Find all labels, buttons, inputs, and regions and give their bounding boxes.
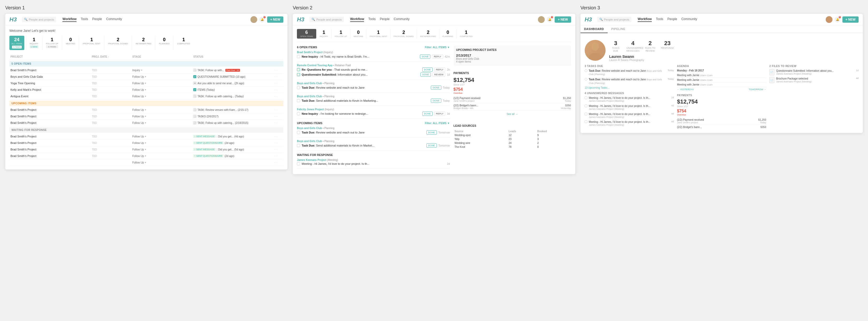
stat-plan-v2[interactable]: 0 PLANNING [439,29,457,39]
done-btn[interactable]: DONE [431,99,441,103]
stat-inquiry-v1[interactable]: 1 INQUIRY 1 NEW [28,36,40,50]
table-row: Yoga Tree Opening TBD Follow Up ▼ ✉ Are … [9,80,283,86]
msg-checkbox[interactable] [585,120,587,123]
more-dots[interactable]: ··· [274,82,282,85]
nav-people-v1[interactable]: People [92,17,102,22]
checkbox[interactable] [297,162,300,165]
checkbox[interactable] [297,86,300,89]
stat-inquiry-v2[interactable]: 1 INQUIRY [316,29,332,39]
checkbox[interactable] [297,112,300,115]
new-button-v3[interactable]: + NEW [842,16,859,23]
more-dots[interactable]: ··· [274,88,282,91]
more-dots[interactable]: ··· [274,75,282,78]
new-button-v2[interactable]: + NEW [555,16,571,23]
checkbox[interactable] [297,68,300,71]
stat-comp-v2[interactable]: 1 COMPLETED [457,29,476,39]
more-dots[interactable]: ··· [274,135,282,138]
left-col-v2: 6 OPEN ITEMS Filter: ALL ITEMS ▼ Brad Sm… [297,46,450,171]
item-card: Felicity Jones Project (Inquiry) New Inq… [297,108,450,119]
profile-row-v3: 3 Tasks Due 4 Unanswered Messages 2 File… [585,40,859,62]
filter-link-v2[interactable]: Filter: ALL ITEMS ▼ [425,46,450,49]
stat-proposalsigned-v1[interactable]: 2 PROPOSAL SIGNED [106,36,130,50]
checkbox[interactable] [297,99,300,102]
more-dots[interactable]: ··· [274,154,282,157]
tab-pipeline[interactable]: PIPELINE [608,25,629,33]
upcoming-tasks-link[interactable]: 13 Upcoming Tasks... [585,86,674,89]
more-dots[interactable]: ··· [274,115,282,118]
stat-planning-v1[interactable]: 0 PLANNING [157,36,172,50]
msg-checkbox[interactable] [585,97,587,99]
checkbox[interactable] [297,144,300,147]
logo-v3: H3 [585,16,592,23]
done-btn[interactable]: DONE [422,112,433,116]
msg-checkbox[interactable] [585,113,587,115]
more-dots[interactable]: ··· [274,69,282,72]
more-dots[interactable]: ··· [274,161,282,164]
stat-psg-v2[interactable]: 2 PROPOSAL SIGNED [391,29,417,39]
stat-meeting-v2[interactable]: 0 MEETING [350,29,366,39]
done-btn[interactable]: DONE [427,130,437,135]
search-bar-v3[interactable]: 🔍 People and projects [597,17,631,22]
stat-retainer-v1[interactable]: 2 RETAINER PAID [133,36,153,50]
checkbox[interactable] [297,131,300,134]
done-btn[interactable]: DONE [421,72,431,77]
reply-btn[interactable]: REPLY [434,68,445,72]
stat-all-v1[interactable]: 24 ALL ITEMS 5 ITEMS [9,36,24,50]
more-dots[interactable]: ··· [274,95,282,98]
new-button-v1[interactable]: + NEW [267,16,283,23]
nav-workflow-v2[interactable]: Workflow [350,17,364,22]
task-checkbox[interactable] [585,78,587,80]
more-dots[interactable]: ··· [274,108,282,111]
nav-people-v2[interactable]: People [380,17,389,22]
more-dots[interactable]: ··· [274,148,282,151]
stat-proposalsent-v1[interactable]: 1 PROPOSAL SENT [81,36,102,50]
th-date-v1[interactable]: PROJ. DATE ↑ [92,55,132,58]
reply-btn[interactable]: REPLY [432,55,443,59]
nav-tools-v3[interactable]: Tools [656,17,663,22]
nav-bar-v2: H3 🔍 People and projects Workflow Tools … [293,14,575,25]
task-checkbox[interactable] [585,69,587,72]
done-btn[interactable]: DONE [431,85,441,90]
table-row: Brad Smith's Project TBD Follow Up ▼ ☐ T… [9,120,283,126]
stat-ret-v2[interactable]: 2 RETAINER PAID [417,29,439,39]
more-dots[interactable]: ··· [274,121,282,124]
nav-tools-v1[interactable]: Tools [81,17,88,22]
search-bar-v1[interactable]: 🔍 People and projects [22,17,56,22]
notif-badge-v3[interactable]: 🔔5 [835,17,840,23]
nav-community-v1[interactable]: Community [106,17,122,22]
tomorrow-link[interactable]: TOMORROW → [749,88,766,91]
done-btn[interactable]: DONE [422,68,433,72]
done-btn[interactable]: DONE [420,55,430,59]
tab-dashboard[interactable]: DASHBOARD [581,25,608,33]
yesterday-link[interactable]: ← YESTERDAY [677,88,694,91]
review-btn[interactable]: REVIEW [432,72,445,77]
nav-people-v3[interactable]: People [668,17,677,22]
upcoming-filter-v2[interactable]: Filter: ALL ITEMS ▼ [425,122,450,124]
stat-followup-v2[interactable]: 1 FOLLOW UP [332,29,350,39]
th-project-v1[interactable]: PROJECT [10,55,92,58]
notif-badge-v2[interactable]: 🔔3 [547,17,553,23]
checkbox[interactable] [297,73,300,76]
nav-workflow-v3[interactable]: Workflow [638,17,652,22]
notif-badge-v1[interactable]: 🔔3 [259,17,265,23]
stat-followup-v1[interactable]: 1 FOLLOW UP 4 ITEMS [44,36,60,50]
table-header-v1: PROJECT PROJ. DATE ↑ STAGE STATUS [9,54,283,60]
content-v2: 6 OPEN ITEMS 1 INQUIRY 1 FOLLOW UP 0 MEE… [293,25,575,174]
reply-btn[interactable]: REPLY [434,112,445,116]
stat-ps-v2[interactable]: 1 PROPOSAL SENT [366,29,391,39]
nav-community-v3[interactable]: Community [681,17,697,22]
stat-completed-v1[interactable]: 1 COMPLETED [175,36,192,50]
nav-tools-v2[interactable]: Tools [368,17,375,22]
msg-checkbox[interactable] [585,105,587,107]
search-bar-v2[interactable]: 🔍 People and projects [309,17,344,22]
checkbox[interactable] [297,55,300,58]
done-btn[interactable]: DONE [427,143,437,148]
more-dots[interactable]: ··· [274,141,282,144]
stat-meeting-v1[interactable]: 0 MEETING [64,36,77,50]
agenda-item: Meeting with Jamie 10am-11am [677,73,766,78]
nav-community-v2[interactable]: Community [394,17,410,22]
stat-openitems-v2[interactable]: 6 OPEN ITEMS [297,29,316,39]
table-row: Antigua Event TBD Follow Up ▼ ☐ TASK: Fo… [9,93,283,100]
see-all-link[interactable]: See all → [506,113,518,115]
nav-workflow-v1[interactable]: Workflow [62,17,76,22]
